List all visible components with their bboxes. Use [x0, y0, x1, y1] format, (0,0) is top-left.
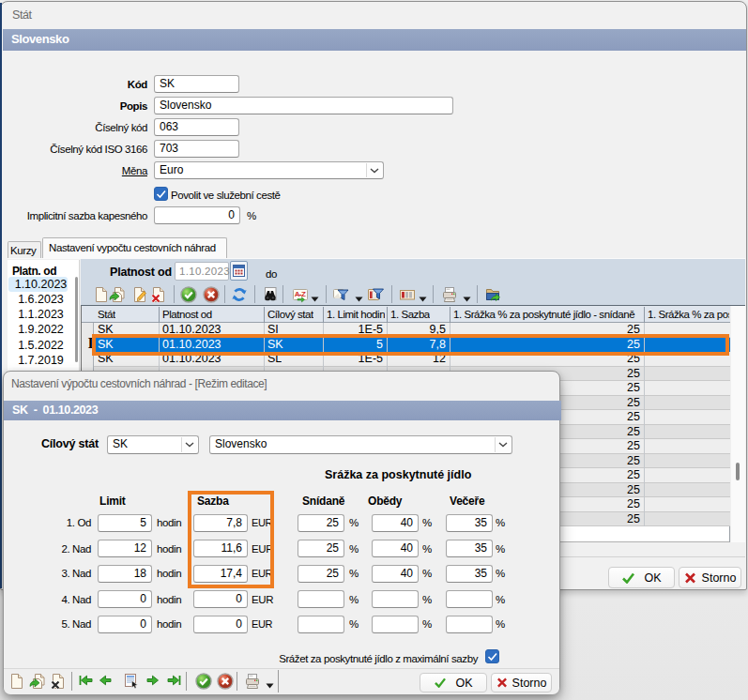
svg-text:A: A [295, 290, 300, 298]
